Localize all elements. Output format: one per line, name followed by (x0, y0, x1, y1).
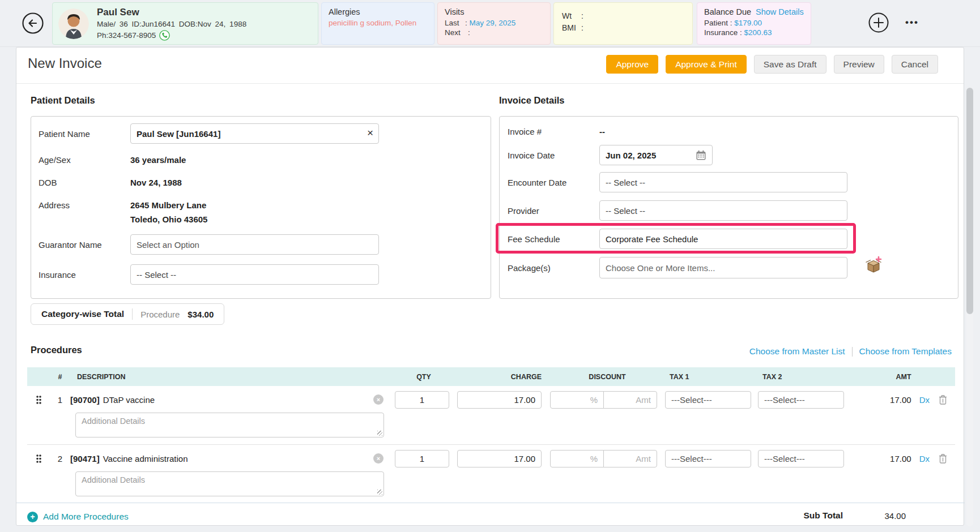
balance-insurance-value: $200.63 (744, 28, 772, 37)
age-sex-label: Age/Sex (39, 155, 130, 165)
invoice-date-input[interactable]: Jun 02, 2025 (599, 145, 713, 165)
colon: : (581, 11, 583, 20)
cancel-button[interactable]: Cancel (892, 55, 938, 74)
provider-select[interactable]: -- Select -- (599, 200, 847, 221)
insurance-label: Insurance (39, 270, 130, 280)
patient-name-label: Patient Name (39, 129, 130, 139)
fee-schedule-input[interactable] (599, 229, 847, 249)
invoice-date-label: Invoice Date (508, 151, 599, 160)
packages-select[interactable]: Choose One or More Items... (599, 257, 847, 278)
procedure-name: Vaccine administration (103, 454, 188, 464)
patient-name-input[interactable] (130, 123, 379, 144)
add-new-button[interactable] (868, 12, 889, 33)
discount-percent-input[interactable] (550, 391, 604, 409)
balance-patient-value: $179.00 (734, 19, 762, 27)
patient-details-title: Patient Details (31, 95, 95, 106)
last-visit-date[interactable]: May 29, 2025 (470, 19, 516, 27)
calendar-icon[interactable] (696, 150, 706, 161)
choose-from-master-list-link[interactable]: Choose from Master List (749, 346, 845, 357)
last-visit-label: Last (445, 19, 465, 27)
procedure-row: 2 [90471]Vaccine administration × ---Sel… (27, 449, 955, 501)
invoice-number-label: Invoice # (508, 127, 599, 136)
qty-input[interactable] (395, 391, 449, 409)
discount-amount-input[interactable] (603, 450, 657, 467)
visits-card: Visits Last: May 29, 2025 Next: (437, 2, 551, 45)
allergies-title: Allergies (329, 7, 427, 16)
divider (852, 347, 853, 357)
scrollbar-thumb[interactable] (966, 88, 973, 314)
colon: : (468, 28, 470, 37)
section-divider (16, 503, 965, 503)
discount-percent-input[interactable] (550, 450, 604, 467)
col-description: DESCRIPTION (70, 373, 393, 381)
address-label: Address (39, 200, 130, 210)
amount-value: 17.00 (890, 454, 911, 464)
vitals-card: Wt: BMI: (553, 2, 693, 45)
plus-icon (868, 12, 889, 33)
additional-details-textarea[interactable] (75, 413, 384, 437)
category-amount: $34.00 (188, 310, 214, 319)
provider-label: Provider (508, 206, 599, 216)
save-as-draft-button[interactable]: Save as Draft (754, 55, 826, 74)
ellipsis-icon: ••• (905, 17, 919, 28)
vertical-scrollbar[interactable] (966, 88, 973, 526)
dob-label: DOB (39, 178, 130, 187)
add-package-icon[interactable] (863, 256, 884, 276)
add-more-label: Add More Procedures (43, 512, 129, 522)
discount-amount-input[interactable] (603, 391, 657, 409)
back-button[interactable] (22, 12, 44, 35)
preview-button[interactable]: Preview (834, 55, 884, 74)
dx-link[interactable]: Dx (919, 454, 930, 464)
insurance-select[interactable]: -- Select -- (130, 264, 379, 285)
divider (132, 308, 133, 320)
avatar (58, 8, 89, 39)
drag-handle[interactable] (27, 395, 50, 405)
age-sex-value: 36 years/male (130, 155, 186, 165)
tax2-select[interactable]: ---Select--- (758, 450, 844, 467)
procedure-name: DTaP vaccine (103, 395, 155, 405)
tax1-select[interactable]: ---Select--- (665, 391, 751, 409)
last-visit-line: Last: May 29, 2025 (445, 19, 543, 27)
more-options-button[interactable]: ••• (900, 10, 924, 35)
delete-row-button[interactable] (938, 394, 948, 405)
invoice-date-value: Jun 02, 2025 (606, 151, 656, 160)
add-more-procedures-link[interactable]: + Add More Procedures (27, 508, 129, 525)
patient-phone: Ph:324-567-8905 (97, 31, 156, 40)
colon: : (730, 19, 732, 27)
clear-procedure-button[interactable]: × (373, 453, 384, 464)
patient-demographics: Male/ 36 ID:Jun16641 DOB:Nov 24, 1988 (97, 20, 246, 28)
delete-row-button[interactable] (938, 453, 948, 464)
balance-patient-label: Patient (704, 19, 728, 27)
encounter-date-select[interactable]: -- Select -- (599, 172, 847, 192)
show-details-link[interactable]: Show Details (756, 7, 804, 16)
row-divider (27, 444, 955, 445)
dx-link[interactable]: Dx (919, 395, 930, 405)
charge-input[interactable] (457, 450, 542, 467)
drag-handle[interactable] (27, 454, 50, 464)
page-title: New Invoice (28, 55, 102, 71)
amount-value: 17.00 (890, 395, 911, 405)
additional-details-textarea[interactable] (75, 471, 384, 496)
tax2-select[interactable]: ---Select--- (758, 391, 844, 409)
phone-icon[interactable] (159, 30, 170, 41)
approve-button[interactable]: Approve (606, 55, 658, 74)
procedures-title: Procedures (31, 345, 82, 355)
col-amt: AMT (852, 373, 955, 381)
subtotal-label: Sub Total (804, 510, 843, 521)
clear-procedure-button[interactable]: × (373, 394, 384, 405)
choose-from-templates-link[interactable]: Choose from Templates (859, 346, 952, 357)
balance-insurance-label: Insurance (704, 28, 738, 37)
allergies-card: Allergies penicillin g sodium, Pollen (321, 2, 434, 45)
row-number: 1 (50, 395, 70, 405)
col-num: # (50, 373, 70, 381)
approve-and-print-button[interactable]: Approve & Print (666, 55, 747, 74)
qty-input[interactable] (395, 450, 449, 467)
address-line2: Toledo, Ohio 43605 (130, 214, 207, 224)
guarantor-select[interactable] (130, 234, 379, 255)
charge-input[interactable] (457, 391, 542, 409)
weight-label: Wt (562, 11, 581, 20)
tax1-select[interactable]: ---Select--- (665, 450, 751, 467)
patient-header-bar: Paul Sew Male/ 36 ID:Jun16641 DOB:Nov 24… (0, 0, 980, 47)
patient-summary-card: Paul Sew Male/ 36 ID:Jun16641 DOB:Nov 24… (52, 2, 318, 45)
clear-patient-button[interactable]: × (367, 127, 373, 139)
